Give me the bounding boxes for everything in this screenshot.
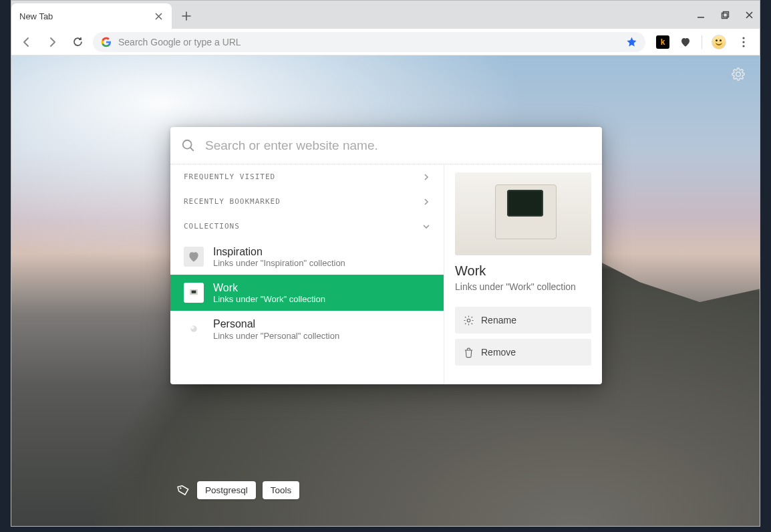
collection-subtitle: Links under "Work" collection bbox=[213, 294, 325, 304]
detail-title: Work bbox=[455, 263, 591, 279]
browser-toolbar: k bbox=[11, 29, 760, 55]
svg-point-3 bbox=[742, 41, 744, 43]
google-icon bbox=[101, 37, 112, 47]
rename-button[interactable]: Rename bbox=[455, 307, 591, 334]
new-tab-page: FREQUENTLY VISITED RECENTLY BOOKMARKED C… bbox=[11, 55, 760, 526]
bookmark-star-icon[interactable] bbox=[626, 36, 637, 47]
svg-point-11 bbox=[180, 487, 182, 489]
minimize-icon[interactable] bbox=[694, 8, 708, 21]
tag-postgresql[interactable]: Postgresql bbox=[197, 481, 256, 499]
tag-footer: Postgresql Tools bbox=[170, 478, 602, 502]
tab-title: New Tab bbox=[19, 11, 153, 21]
heart-icon[interactable] bbox=[679, 35, 692, 49]
svg-point-2 bbox=[742, 37, 744, 39]
profile-avatar[interactable] bbox=[712, 35, 726, 49]
tab-new-tab[interactable]: New Tab bbox=[11, 3, 172, 29]
section-frequently-visited[interactable]: FREQUENTLY VISITED bbox=[170, 164, 444, 189]
rename-label: Rename bbox=[481, 315, 516, 325]
collection-preview-image bbox=[455, 172, 591, 255]
collection-personal[interactable]: Personal Links under "Personal" collecti… bbox=[170, 311, 444, 347]
tag-tools[interactable]: Tools bbox=[263, 481, 300, 499]
collection-thumb-icon bbox=[184, 247, 204, 267]
section-collections[interactable]: COLLECTIONS bbox=[170, 214, 444, 239]
close-icon[interactable] bbox=[153, 11, 164, 21]
separator bbox=[702, 35, 702, 49]
svg-point-10 bbox=[467, 319, 470, 322]
svg-point-9 bbox=[191, 326, 194, 329]
search-icon bbox=[181, 138, 196, 153]
section-label: FREQUENTLY VISITED bbox=[184, 172, 275, 181]
launcher-search-row bbox=[170, 127, 602, 164]
collection-subtitle: Links under "Inspiration" collection bbox=[213, 258, 345, 268]
launcher-left-column: FREQUENTLY VISITED RECENTLY BOOKMARKED C… bbox=[170, 164, 444, 384]
collection-work[interactable]: Work Links under "Work" collection bbox=[170, 275, 444, 311]
browser-menu-icon[interactable] bbox=[736, 34, 752, 50]
omnibox-input[interactable] bbox=[118, 37, 619, 47]
maximize-icon[interactable] bbox=[718, 8, 732, 21]
new-tab-button[interactable] bbox=[177, 7, 196, 25]
detail-subtitle: Links under "Work" collection bbox=[455, 281, 591, 292]
trash-icon bbox=[463, 347, 474, 358]
collection-subtitle: Links under "Personal" collection bbox=[213, 331, 339, 341]
extension-icons: k bbox=[651, 34, 754, 50]
collection-title: Inspiration bbox=[213, 245, 345, 258]
window-close-icon[interactable] bbox=[742, 8, 756, 21]
chevron-right-icon bbox=[422, 198, 430, 206]
launcher-body: FREQUENTLY VISITED RECENTLY BOOKMARKED C… bbox=[170, 164, 602, 384]
svg-rect-1 bbox=[723, 11, 728, 17]
collection-thumb-icon bbox=[184, 319, 204, 339]
launcher-right-column: Work Links under "Work" collection Renam… bbox=[444, 164, 602, 384]
svg-point-4 bbox=[742, 45, 744, 47]
svg-rect-7 bbox=[192, 291, 196, 293]
chevron-right-icon bbox=[422, 173, 430, 181]
collection-inspiration[interactable]: Inspiration Links under "Inspiration" co… bbox=[170, 239, 444, 275]
tab-strip: New Tab bbox=[11, 1, 760, 29]
browser-window: New Tab bbox=[11, 0, 760, 527]
section-recently-bookmarked[interactable]: RECENTLY BOOKMARKED bbox=[170, 189, 444, 214]
tag-icon bbox=[176, 482, 192, 498]
gear-icon bbox=[463, 315, 474, 326]
address-bar[interactable] bbox=[93, 32, 645, 52]
window-controls bbox=[694, 1, 756, 29]
section-label: COLLECTIONS bbox=[184, 222, 240, 231]
launcher-search-input[interactable] bbox=[205, 138, 591, 153]
remove-button[interactable]: Remove bbox=[455, 339, 591, 366]
page-settings-gear-icon[interactable] bbox=[730, 66, 746, 82]
remove-label: Remove bbox=[481, 347, 516, 358]
collection-title: Personal bbox=[213, 317, 339, 330]
svg-rect-0 bbox=[722, 13, 727, 18]
reload-button[interactable] bbox=[67, 32, 88, 52]
launcher-panel: FREQUENTLY VISITED RECENTLY BOOKMARKED C… bbox=[170, 127, 602, 384]
chevron-down-icon bbox=[422, 223, 430, 231]
collection-thumb-icon bbox=[184, 283, 204, 303]
collection-title: Work bbox=[213, 281, 325, 294]
forward-button[interactable] bbox=[42, 32, 62, 52]
back-button[interactable] bbox=[17, 32, 37, 52]
section-label: RECENTLY BOOKMARKED bbox=[184, 197, 281, 206]
extension-k-icon[interactable]: k bbox=[656, 35, 669, 49]
